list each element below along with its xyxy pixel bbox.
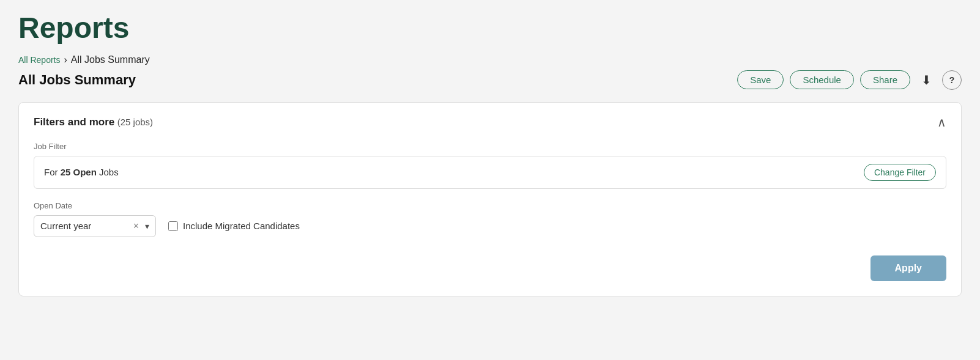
breadcrumb-all-reports[interactable]: All Reports <box>18 55 60 65</box>
filters-title: Filters and more <box>34 116 114 128</box>
date-clear-button[interactable]: × <box>132 221 140 232</box>
download-button[interactable]: ⬇ <box>916 70 936 90</box>
apply-button[interactable]: Apply <box>870 255 946 281</box>
page-title: Reports <box>18 12 962 45</box>
job-filter-prefix: For <box>44 167 61 177</box>
date-dropdown-button[interactable]: ▾ <box>145 221 149 231</box>
job-filter-box: For 25 Open Jobs Change Filter <box>34 156 946 189</box>
include-migrated-label[interactable]: Include Migrated Candidates <box>183 221 300 231</box>
open-date-label: Open Date <box>34 201 946 210</box>
apply-row: Apply <box>34 255 946 281</box>
breadcrumb: All Reports › All Jobs Summary <box>18 54 962 65</box>
change-filter-button[interactable]: Change Filter <box>864 164 936 181</box>
header-row: All Jobs Summary Save Schedule Share ⬇ ? <box>18 70 962 90</box>
filters-header: Filters and more (25 jobs) ∧ <box>34 115 946 130</box>
collapse-button[interactable]: ∧ <box>937 115 946 130</box>
report-subtitle: All Jobs Summary <box>18 72 136 88</box>
job-filter-bold: 25 Open <box>61 167 97 177</box>
header-actions: Save Schedule Share ⬇ ? <box>737 70 962 90</box>
save-button[interactable]: Save <box>737 70 784 89</box>
help-button[interactable]: ? <box>942 70 962 90</box>
filters-card: Filters and more (25 jobs) ∧ Job Filter … <box>18 102 962 296</box>
filters-title-group: Filters and more (25 jobs) <box>34 116 153 128</box>
breadcrumb-separator: › <box>64 54 67 65</box>
job-filter-text: For 25 Open Jobs <box>44 167 119 177</box>
job-filter-suffix: Jobs <box>97 167 119 177</box>
open-date-row: Current year × ▾ Include Migrated Candid… <box>34 215 946 237</box>
include-migrated-checkbox[interactable] <box>168 221 178 231</box>
share-button[interactable]: Share <box>860 70 910 89</box>
schedule-button[interactable]: Schedule <box>790 70 854 89</box>
include-migrated-wrapper: Include Migrated Candidates <box>168 221 300 231</box>
filters-count: (25 jobs) <box>117 117 153 127</box>
date-select-wrapper: Current year × ▾ <box>34 215 156 237</box>
breadcrumb-current: All Jobs Summary <box>71 54 150 65</box>
date-select-value: Current year <box>40 221 127 231</box>
job-filter-label: Job Filter <box>34 142 946 151</box>
